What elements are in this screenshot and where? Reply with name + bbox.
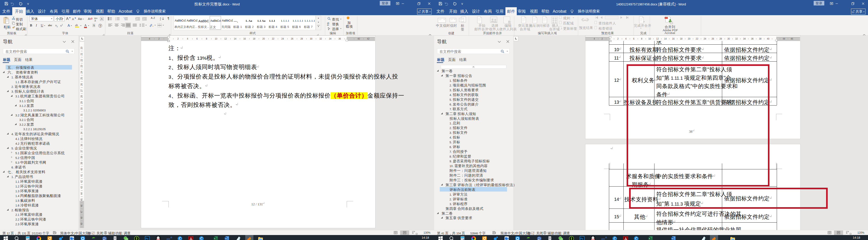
svg-text:X: X [214, 238, 215, 240]
svg-text:W: W [672, 238, 674, 240]
svg-text:X: X [649, 238, 650, 240]
svg-text:W: W [225, 238, 227, 240]
svg-text:Ps: Ps [146, 237, 148, 240]
svg-text:xin: xin [601, 237, 605, 240]
svg-text:Ps: Ps [580, 237, 583, 240]
svg-text:ABC: ABC [584, 19, 587, 21]
svg-text:Z: Z [160, 19, 161, 21]
svg-text:xin: xin [166, 237, 170, 240]
svg-text:3: 3 [116, 19, 116, 21]
svg-text:V: V [103, 238, 104, 240]
svg-text:V: V [538, 238, 539, 240]
